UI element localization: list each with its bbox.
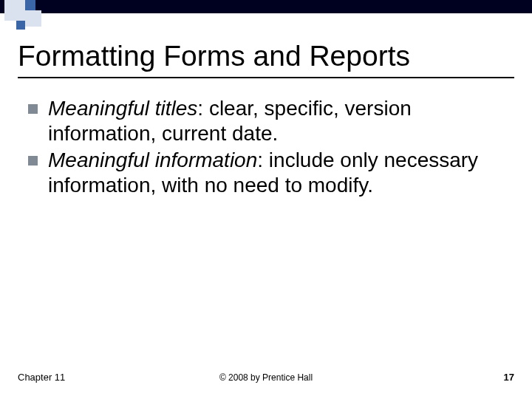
slide-decoration <box>0 0 532 33</box>
footer-page-number: 17 <box>504 372 514 383</box>
deco-light-square <box>25 10 41 27</box>
bullet-square-icon <box>28 104 38 114</box>
deco-dark-band <box>0 0 532 13</box>
bullet-lead: Meaningful information <box>48 149 257 171</box>
deco-blue-square <box>25 0 35 10</box>
footer-copyright: © 2008 by Prentice Hall <box>0 372 532 383</box>
bullet-lead: Meaningful titles <box>48 97 197 120</box>
bullet-text: Meaningful information: include only nec… <box>48 148 501 198</box>
deco-blue-square <box>16 21 25 30</box>
list-item: Meaningful titles: clear, specific, vers… <box>28 96 501 146</box>
list-item: Meaningful information: include only nec… <box>28 148 501 198</box>
slide-title: Formatting Forms and Reports <box>18 40 410 72</box>
bullet-square-icon <box>28 156 38 166</box>
bullet-text: Meaningful titles: clear, specific, vers… <box>48 96 501 146</box>
slide-body: Meaningful titles: clear, specific, vers… <box>28 96 501 200</box>
deco-light-square <box>4 0 25 21</box>
title-underline <box>18 77 514 78</box>
